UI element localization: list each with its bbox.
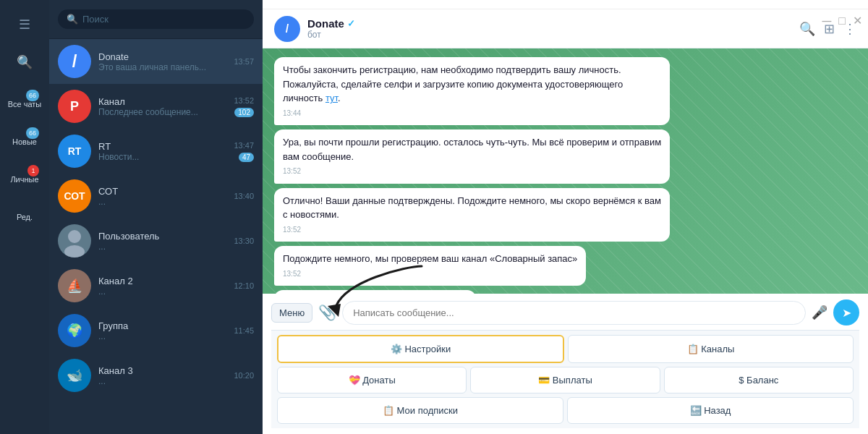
chat-info: RT Новости... [98,141,226,162]
chat-item[interactable]: 🐋 Канал 3 ... 10:20 [49,353,263,398]
keyboard-row-3: 📋 Мои подписки 🔙 Назад [277,397,854,424]
sidebar-all-chats[interactable]: 66 Все чаты [7,87,42,122]
sidebar-recent[interactable]: Ред. [7,200,42,234]
attach-icon[interactable]: 📎 [318,304,336,321]
chat-item[interactable]: Р Канал Последнее сообщение... 13:52 102 [49,84,263,129]
avatar: ⛵ [58,269,91,302]
message-row: Отлично! Ваши данные подтверждены. Подож… [274,188,856,242]
bot-avatar: / [274,16,300,42]
avatar: СОТ [58,179,91,213]
chat-main: ─ □ ✕ / Donate ✓ бот 🔍 ⊞ ⋮ Чтобы закончи… [263,0,868,434]
left-sidebar: ☰ 🔍 66 Все чаты 66 Новые 1 Личные Ред. [0,0,49,434]
voice-icon[interactable]: 🎤 [812,305,827,320]
chat-item[interactable]: 🌍 Группа ... 11:45 [49,308,263,353]
chat-info: Канал 3 ... [98,365,226,386]
chat-info: Пользователь ... [98,231,226,252]
kb-settings-button[interactable]: ⚙️ Настройки [277,335,564,363]
sidebar-hamburger[interactable]: ☰ [7,7,42,42]
sidebar-new-chats[interactable]: 66 Новые [7,124,42,159]
message-link[interactable]: тут [326,93,338,103]
input-row: Меню 📎 🎤 ➤ [271,299,859,326]
message-input[interactable] [342,301,806,325]
search-icon-small: 🔍 [67,14,78,25]
chat-sidebar: 🔍 Поиск / Donate Это ваша личная панель.… [49,0,263,434]
maximize-button[interactable]: □ [838,14,846,27]
chat-info: Канал Последнее сообщение... [98,96,226,117]
topbar-search-icon[interactable]: 🔍 [799,21,815,37]
avatar: Р [58,90,91,123]
chat-item[interactable]: / Donate Это ваша личная панель... 13:57 [49,39,263,84]
kb-balance-button[interactable]: $ Баланс [664,367,854,393]
avatar: RT [58,135,91,168]
send-icon: ➤ [842,306,851,320]
chat-list: / Donate Это ваша личная панель... 13:57… [49,39,263,434]
svg-point-0 [68,230,81,243]
message-bubble: Чтобы закончить регистрацию, нам необход… [274,57,670,125]
message-row: Ура, вы почти прошли регистрацию. остало… [274,129,856,184]
message-bubble: Ура, вы почти прошли регистрацию. остало… [274,129,670,184]
avatar: 🐋 [58,359,91,392]
window-controls [263,0,868,9]
chat-item[interactable]: СОТ СОТ ... 13:40 [49,174,263,218]
hamburger-icon: ☰ [19,17,30,33]
avatar: / [58,45,91,78]
search-icon: 🔍 [17,54,33,70]
kb-channels-button[interactable]: 📋 Каналы [568,335,854,363]
window-controls: ─ □ ✕ [822,14,862,27]
message-bubble: Отлично! Ваши данные подтверждены. Подож… [274,188,670,242]
menu-button[interactable]: Меню [271,303,312,323]
send-button[interactable]: ➤ [833,299,859,326]
message-row: Подождите немного, мы проверяем ваш кана… [274,246,856,286]
recent-label: Ред. [17,213,33,221]
chat-info: Donate Это ваша личная панель... [98,51,226,72]
keyboard-row-2: 💝 Донаты 💳 Выплаты $ Баланс [277,367,854,393]
all-chats-badge: 66 [26,90,39,101]
minimize-button[interactable]: ─ [822,14,832,27]
sidebar-search[interactable]: 🔍 [7,45,42,80]
kb-donates-button[interactable]: 💝 Донаты [277,367,467,393]
bot-info: Donate ✓ бот [307,17,792,40]
avatar [58,224,91,258]
sidebar-personal[interactable]: 1 Личные [7,162,42,197]
personal-badge: 1 [27,165,39,176]
bot-status: бот [307,30,792,40]
kb-subscriptions-button[interactable]: 📋 Мои подписки [277,397,563,424]
chat-item[interactable]: RT RT Новости... 13:47 47 [49,129,263,174]
search-box[interactable]: 🔍 Поиск [58,9,254,29]
chat-input-area: Меню 📎 🎤 ➤ ⚙️ Настройки 📋 Каналы 💝 Донат… [263,294,868,434]
chat-item[interactable]: Пользователь ... 13:30 [49,218,263,263]
message-bubble: Подождите немного, мы проверяем ваш кана… [274,246,586,286]
close-button[interactable]: ✕ [853,14,862,27]
chat-header: 🔍 Поиск [49,0,263,39]
kb-back-button[interactable]: 🔙 Назад [567,397,854,424]
chat-info: СОТ ... [98,186,226,207]
chat-info: Группа ... [98,320,226,341]
keyboard-row-1: ⚙️ Настройки 📋 Каналы [277,335,854,363]
bot-name: Donate ✓ [307,17,792,30]
chat-item[interactable]: ⛵ Канал 2 ... 12:10 [49,263,263,308]
avatar: 🌍 [58,314,91,347]
chat-topbar: ─ □ ✕ / Donate ✓ бот 🔍 ⊞ ⋮ [263,9,868,48]
messages-area: Чтобы закончить регистрацию, нам необход… [263,48,868,294]
kb-payouts-button[interactable]: 💳 Выплаты [470,367,660,393]
keyboard-area: ⚙️ Настройки 📋 Каналы 💝 Донаты 💳 Выплаты… [271,330,859,428]
search-placeholder: Поиск [82,14,109,25]
new-chats-badge: 66 [26,127,39,139]
svg-point-1 [64,245,85,258]
message-row: Чтобы закончить регистрацию, нам необход… [274,57,856,125]
all-chats-label: Все чаты [8,100,42,109]
chat-info: Канал 2 ... [98,276,226,297]
verified-icon: ✓ [347,18,355,29]
